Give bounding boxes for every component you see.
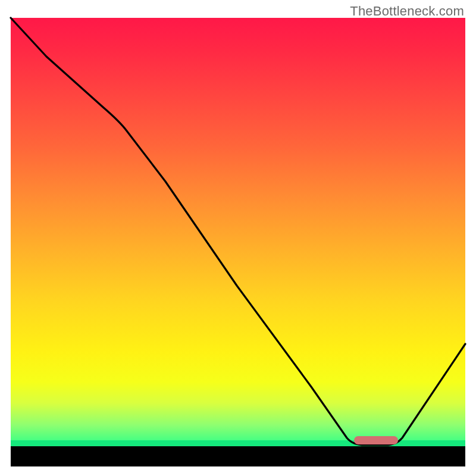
chart-frame bbox=[11, 18, 465, 466]
x-axis bbox=[11, 446, 465, 466]
bottleneck-curve bbox=[11, 18, 465, 446]
optimal-range-marker bbox=[354, 436, 398, 444]
watermark-text: TheBottleneck.com bbox=[350, 4, 464, 19]
curve-path bbox=[11, 18, 465, 445]
plot-area bbox=[11, 18, 465, 466]
